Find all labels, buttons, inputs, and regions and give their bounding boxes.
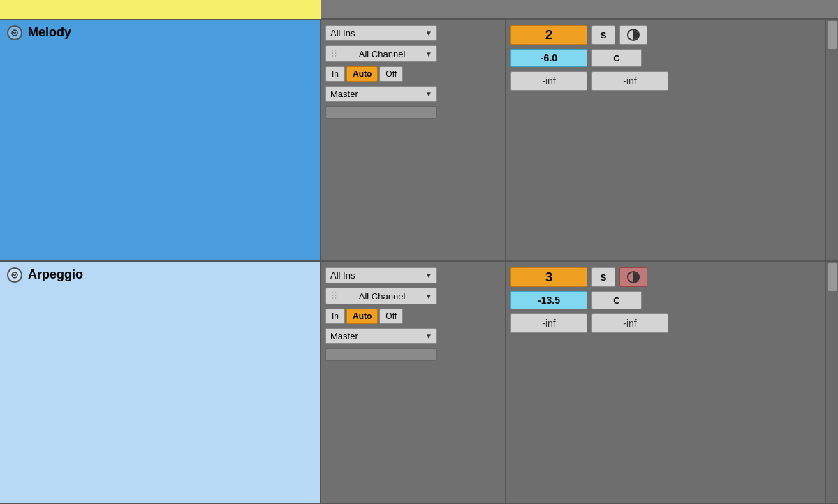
- melody-right-row1: 2 S: [510, 25, 821, 45]
- melody-pan[interactable]: C: [591, 49, 642, 67]
- yellow-strip: [0, 0, 321, 19]
- arpeggio-scroll-handle[interactable]: [828, 263, 837, 291]
- arpeggio-track-name: Arpeggio: [28, 267, 83, 282]
- arpeggio-inf1[interactable]: -inf: [510, 313, 587, 333]
- arpeggio-track-row: Arpeggio All Ins ▼ ⠿ All Channel ▼: [0, 262, 838, 504]
- arpeggio-scroll-column: [825, 262, 838, 503]
- melody-output-dropdown[interactable]: Master ▼: [325, 86, 437, 102]
- arpeggio-right-row3: -inf -inf: [510, 313, 821, 333]
- arpeggio-pan[interactable]: C: [591, 291, 642, 309]
- arpeggio-output-row: Master ▼: [325, 328, 501, 344]
- arpeggio-track-number[interactable]: 3: [510, 267, 587, 287]
- arpeggio-empty-bar: [325, 348, 437, 361]
- arpeggio-input-row: All Ins ▼: [325, 267, 501, 283]
- melody-right-panel: 2 S -6.0 C -inf -inf: [506, 20, 825, 260]
- melody-collapse-button[interactable]: [7, 25, 22, 40]
- melody-monitor-off-button[interactable]: Off: [379, 66, 403, 82]
- melody-monitor-icon-button[interactable]: [619, 25, 647, 45]
- arpeggio-monitor-row: In Auto Off: [325, 309, 501, 324]
- chevron-down-icon: [11, 29, 18, 36]
- arpeggio-input-arrow: ▼: [425, 272, 432, 279]
- arpeggio-monitor-off-button[interactable]: Off: [379, 309, 403, 324]
- arpeggio-master-arrow: ▼: [425, 332, 432, 340]
- arpeggio-right-panel: 3 S -13.5 C -inf -inf: [506, 262, 825, 503]
- melody-right-row2: -6.0 C: [510, 49, 821, 67]
- melody-input-dropdown[interactable]: All Ins ▼: [325, 25, 437, 41]
- melody-track-row: Melody All Ins ▼ ⠿ All Channel ▼: [0, 20, 838, 262]
- arpeggio-controls: All Ins ▼ ⠿ All Channel ▼ In Auto Off: [321, 262, 506, 503]
- melody-controls: All Ins ▼ ⠿ All Channel ▼ In Auto Off: [321, 20, 506, 260]
- arpeggio-monitor-in-button[interactable]: In: [325, 309, 345, 324]
- arpeggio-input-dropdown[interactable]: All Ins ▼: [325, 267, 437, 283]
- arpeggio-right-row1: 3 S: [510, 267, 821, 287]
- top-controls-strip: [321, 0, 838, 19]
- melody-track-name: Melody: [28, 25, 71, 40]
- melody-inf1[interactable]: -inf: [510, 71, 587, 91]
- melody-input-row: All Ins ▼: [325, 25, 501, 41]
- channel-dropdown-arrow: ▼: [425, 50, 432, 58]
- collapse-chevron-icon: [11, 272, 18, 279]
- dots-icon: ⠿: [330, 48, 337, 59]
- melody-monitor-row: In Auto Off: [325, 66, 501, 82]
- arpeggio-inf2[interactable]: -inf: [591, 313, 668, 333]
- master-dropdown-arrow: ▼: [425, 90, 432, 98]
- arpeggio-channel-arrow: ▼: [425, 292, 432, 300]
- melody-channel-row: ⠿ All Channel ▼: [325, 45, 501, 62]
- melody-scroll-column: [825, 20, 838, 260]
- melody-track-number[interactable]: 2: [510, 25, 587, 45]
- dropdown-arrow-icon: ▼: [425, 29, 432, 37]
- arpeggio-output-dropdown[interactable]: Master ▼: [325, 328, 437, 344]
- arpeggio-monitor-circle-icon: [627, 271, 640, 283]
- arpeggio-monitor-icon-button[interactable]: [619, 267, 647, 287]
- melody-output-row: Master ▼: [325, 86, 501, 102]
- arpeggio-dots-icon: ⠿: [330, 290, 337, 302]
- melody-volume[interactable]: -6.0: [510, 49, 587, 67]
- monitor-circle-icon: [627, 29, 640, 41]
- melody-channel-dropdown[interactable]: ⠿ All Channel ▼: [325, 45, 437, 62]
- arpeggio-collapse-button[interactable]: [7, 267, 22, 283]
- arpeggio-right-row2: -13.5 C: [510, 291, 821, 309]
- melody-scroll-handle[interactable]: [828, 21, 837, 49]
- arpeggio-channel-row: ⠿ All Channel ▼: [325, 288, 501, 304]
- arpeggio-monitor-auto-button[interactable]: Auto: [346, 309, 378, 324]
- arpeggio-solo-button[interactable]: S: [591, 267, 615, 287]
- arpeggio-channel-dropdown[interactable]: ⠿ All Channel ▼: [325, 288, 437, 304]
- melody-empty-bar: [325, 106, 437, 119]
- arpeggio-volume[interactable]: -13.5: [510, 291, 587, 309]
- melody-solo-button[interactable]: S: [591, 25, 615, 45]
- main-container: Melody All Ins ▼ ⠿ All Channel ▼: [0, 0, 838, 504]
- melody-name-area: Melody: [0, 20, 321, 260]
- melody-monitor-auto-button[interactable]: Auto: [346, 66, 378, 82]
- melody-right-row3: -inf -inf: [510, 71, 821, 91]
- melody-inf2[interactable]: -inf: [591, 71, 668, 91]
- arpeggio-name-area: Arpeggio: [0, 262, 321, 503]
- top-strip: [0, 0, 838, 20]
- melody-monitor-in-button[interactable]: In: [325, 66, 345, 82]
